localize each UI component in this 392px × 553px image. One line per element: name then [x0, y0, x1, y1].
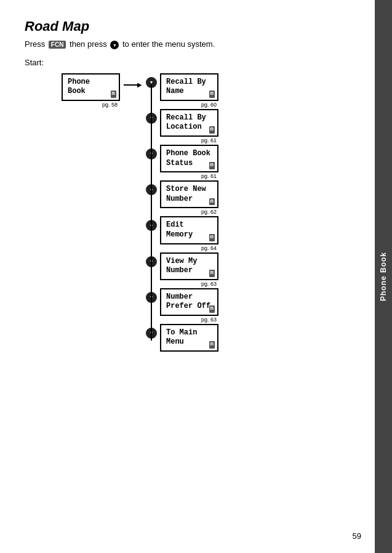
left-column: Phone Book m pg. 58: [62, 73, 120, 108]
menu-item-3: Store NewNumbermpg. 62: [146, 180, 218, 215]
menu-line2-4: Memory: [166, 230, 193, 239]
menu-icon-1: m: [209, 126, 215, 134]
menu-item-7: To MainMenum: [146, 324, 218, 352]
menu-item-6: NumberPrefer Offmpg. 63: [146, 288, 218, 323]
page-number: 59: [353, 531, 361, 541]
right-arrow-icon: [124, 81, 142, 89]
menu-line2-2: Status: [166, 159, 193, 168]
sidebar-tab: Phone Book: [375, 0, 392, 553]
menu-item-1: Recall ByLocationmpg. 61: [146, 109, 218, 143]
intro-end: to enter the menu system.: [122, 39, 215, 49]
menu-line1-0: Recall By: [166, 78, 206, 86]
menu-icon-4: m: [209, 234, 215, 241]
menu-line1-3: Store New: [166, 185, 206, 193]
down-arrow-icon: [110, 41, 119, 49]
fcn-badge: FCN: [49, 41, 66, 49]
diagram-area: Phone Book m pg. 58 Recall ByNamempg. 60…: [62, 73, 367, 353]
menu-line2-6: Prefer Off: [166, 302, 210, 310]
phone-book-line2: Book: [68, 87, 86, 95]
sidebar-tab-label: Phone Book: [379, 252, 388, 301]
menu-icon-5: m: [209, 270, 215, 277]
menu-line1-7: To Main: [166, 328, 197, 337]
menu-pg-0: pg. 60: [201, 102, 217, 108]
menu-pg-5: pg. 63: [201, 281, 217, 287]
intro-press: Press: [25, 39, 45, 49]
menu-box-7: To MainMenum: [160, 324, 218, 352]
right-column: Recall ByNamempg. 60Recall ByLocationmpg…: [146, 73, 218, 353]
menu-box-5: View MyNumberm: [160, 252, 218, 280]
menu-pg-6: pg. 63: [201, 317, 217, 323]
start-label: Start:: [25, 58, 367, 67]
menu-line2-3: Number: [166, 195, 193, 203]
phone-book-line1: Phone: [68, 78, 90, 86]
menu-line1-4: Edit: [166, 220, 184, 229]
menu-box-2: Phone BookStatusm: [160, 145, 218, 172]
menu-line2-1: Location: [166, 123, 202, 131]
menu-pg-1: pg. 61: [201, 137, 217, 143]
menu-icon-0: m: [209, 91, 215, 98]
menu-icon-6: m: [209, 305, 215, 313]
menu-box-1: Recall ByLocationm: [160, 109, 218, 137]
menu-box-6: NumberPrefer Offm: [160, 288, 218, 316]
menu-box-0: Recall ByNamem: [160, 73, 218, 101]
page-title: Road Map: [25, 18, 367, 34]
menu-pg-3: pg. 62: [201, 209, 217, 215]
menu-icon-2: m: [209, 162, 215, 169]
arrow-connector: [124, 73, 142, 89]
menu-line1-1: Recall By: [166, 113, 206, 122]
menu-line2-7: Menu: [166, 337, 184, 346]
vertical-line: [151, 84, 152, 341]
menu-line2-0: Name: [166, 87, 184, 95]
menu-line2-5: Number: [166, 266, 193, 275]
menu-item-0: Recall ByNamempg. 60: [146, 73, 218, 108]
menu-icon-3: m: [209, 198, 215, 206]
menu-line1-5: View My: [166, 257, 197, 265]
menu-line1-6: Number: [166, 293, 193, 301]
menu-box-4: EditMemorym: [160, 216, 218, 244]
menu-box-3: Store NewNumberm: [160, 180, 218, 208]
menu-pg-2: pg. 61: [201, 173, 217, 179]
page-content: Road Map Press FCN then press to enter t…: [0, 0, 392, 371]
menu-item-2: Phone BookStatusmpg. 61: [146, 145, 218, 179]
phone-book-pg: pg. 58: [102, 102, 118, 108]
intro-then: then press: [70, 39, 107, 49]
menu-line1-2: Phone Book: [166, 149, 210, 158]
menu-pg-4: pg. 64: [201, 245, 217, 251]
phone-book-icon: m: [111, 91, 116, 98]
right-col-wrapper: Recall ByNamempg. 60Recall ByLocationmpg…: [146, 73, 218, 353]
phone-book-box: Phone Book m: [62, 73, 120, 101]
intro-text: Press FCN then press to enter the menu s…: [25, 39, 367, 49]
menu-item-4: EditMemorympg. 64: [146, 216, 218, 251]
menu-item-5: View MyNumbermpg. 63: [146, 252, 218, 287]
menu-icon-7: m: [209, 341, 215, 349]
